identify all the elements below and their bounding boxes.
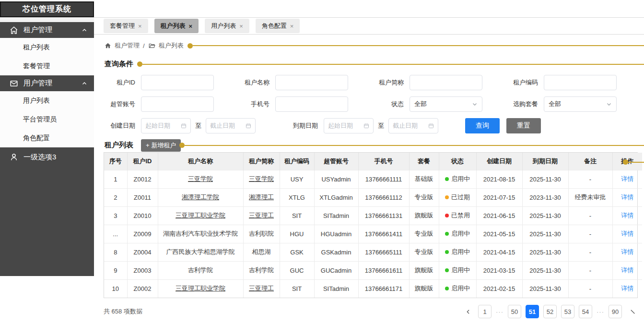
status-text: 启用中 (451, 248, 470, 256)
close-icon[interactable]: × (239, 23, 243, 30)
reset-button[interactable]: 重置 (506, 118, 541, 133)
tab-2[interactable]: 租户列表× (154, 19, 199, 33)
page-button-90[interactable]: 90 (609, 305, 622, 318)
detail-link[interactable]: 详情 (621, 212, 633, 219)
status-label: 状态 (373, 100, 404, 108)
close-icon[interactable]: × (290, 23, 294, 30)
tenant-code-input[interactable] (544, 75, 617, 90)
annotation-line (142, 64, 644, 65)
row-index: 8 (104, 243, 127, 261)
user-icon (10, 153, 18, 161)
cell-plan: 专业版 (409, 225, 439, 243)
tab-3[interactable]: 用户列表× (205, 19, 249, 33)
chevron-up-icon (82, 27, 87, 33)
cell-expire-date: 2025-11-30 (522, 261, 568, 279)
plan-select[interactable]: 全部 (544, 96, 617, 112)
close-icon[interactable]: × (189, 23, 193, 30)
cell-remark: 经费未审批 (568, 188, 612, 206)
page-button-54[interactable]: 54 (579, 305, 592, 318)
expire-date-label: 到期日期 (284, 121, 318, 130)
tab-4[interactable]: 角色配置× (256, 19, 300, 33)
sidebar-group-tenant-management[interactable]: 租户管理 (0, 22, 94, 38)
detail-link[interactable]: 详情 (621, 175, 633, 182)
status-dot-icon (445, 232, 449, 236)
created-end-date-input[interactable]: 截止日期 (206, 118, 256, 133)
sidebar-item-user-list[interactable]: 用户列表 (0, 91, 94, 110)
main-content: 套餐管理×租户列表×用户列表×角色配置× 租户管理 / 租户列表 查询条件 租户… (94, 0, 644, 325)
expire-end-date-input[interactable]: 截止日期 (388, 118, 438, 133)
status-dot-icon (445, 250, 449, 254)
sidebar-item-role-config[interactable]: 角色配置 (0, 129, 94, 147)
cell-tenant-name: 湘潭理工学院 (158, 188, 243, 206)
phone-input[interactable] (275, 96, 348, 112)
cell-expire-date: 2025-11-30 (522, 225, 568, 243)
detail-link[interactable]: 详情 (621, 266, 633, 274)
annotation-line (193, 45, 644, 46)
tenant-name-input[interactable] (275, 75, 348, 90)
cell-created-date: 2021-06-15 (476, 206, 522, 225)
cell-created-date: 2021-07-15 (476, 188, 522, 206)
calendar-icon (363, 123, 369, 129)
status-text: 启用中 (451, 229, 470, 238)
sidebar-group-label: 一级选项3 (23, 153, 56, 162)
calendar-icon (181, 123, 187, 129)
prev-page-button[interactable] (462, 305, 474, 318)
breadcrumb-parent[interactable]: 租户管理 (115, 41, 140, 50)
status-text: 已禁用 (451, 211, 470, 220)
top-header-bar (94, 0, 644, 18)
column-header-9: 状态 (439, 153, 476, 170)
add-tenant-button[interactable]: + 新增租户 (141, 139, 181, 152)
page-button-1[interactable]: 1 (478, 305, 492, 318)
detail-link[interactable]: 详情 (621, 193, 633, 201)
status-text: 已过期 (451, 193, 470, 202)
chevron-right-icon (629, 309, 635, 315)
cell-phone: 13766661611 (358, 261, 409, 279)
column-header-11: 到期日期 (522, 153, 568, 170)
cell-phone: 13766661131 (358, 206, 409, 225)
date-placeholder: 截止日期 (393, 121, 428, 130)
sidebar-group3-block: 一级选项3 (0, 147, 94, 276)
status-dot-icon (445, 287, 449, 290)
row-index: 9 (104, 261, 127, 279)
status-text: 启用中 (451, 284, 470, 293)
next-page-button[interactable] (626, 305, 638, 318)
tenant-table: 序号租户ID租户名称租户简称租户编码超管账号手机号套餐状态创建日期到期日期备注操… (104, 152, 638, 298)
sidebar-item-platform-admin[interactable]: 平台管理员 (0, 110, 94, 129)
tenant-id-input[interactable] (141, 75, 214, 90)
cell-status: 启用中 (439, 225, 476, 243)
sidebar-item-plan-management[interactable]: 套餐管理 (0, 57, 94, 75)
page-button-53[interactable]: 53 (561, 305, 574, 318)
tenant-abbr-input[interactable] (410, 75, 482, 90)
detail-link[interactable]: 详情 (621, 230, 633, 237)
detail-link[interactable]: 详情 (621, 248, 633, 255)
sidebar-item-tenant-list[interactable]: 租户列表 (0, 38, 94, 57)
home-icon (105, 42, 111, 49)
cell-expire-date: 2025-11-30 (522, 170, 568, 188)
status-select[interactable]: 全部 (410, 96, 482, 112)
search-button[interactable]: 查询 (465, 118, 500, 133)
page-button-52[interactable]: 52 (543, 305, 557, 318)
cell-phone: 13766661171 (358, 279, 409, 298)
created-start-date-input[interactable]: 起始日期 (141, 118, 191, 133)
cell-plan: 旗舰版 (409, 261, 439, 279)
admin-account-input[interactable] (141, 96, 214, 112)
cell-tenant-code: GUC (280, 261, 314, 279)
breadcrumb-separator: / (143, 42, 145, 49)
page-button-50[interactable]: 50 (508, 305, 521, 318)
tab-1[interactable]: 套餐管理× (104, 19, 148, 33)
cell-tenant-name: 三亚学院 (158, 170, 243, 188)
cell-tenant-id: Z0003 (127, 261, 158, 279)
page-button-51[interactable]: 51 (526, 305, 539, 318)
cell-tenant-id: Z0009 (127, 225, 158, 243)
annotation-line (628, 162, 644, 163)
detail-link[interactable]: 详情 (621, 285, 633, 292)
expire-start-date-input[interactable]: 起始日期 (324, 118, 374, 133)
table-row: 2Z0011湘潭理工学院湘潭理工XTLGXTLGadmin13766661112… (104, 188, 642, 206)
cell-action: 详情 (612, 279, 642, 298)
close-icon[interactable]: × (138, 23, 142, 30)
column-header-3: 租户名称 (158, 153, 243, 170)
tab-label: 租户列表 (161, 22, 186, 30)
sidebar-group-user-management[interactable]: 用户管理 (0, 75, 94, 91)
row-index: ... (104, 225, 127, 243)
sidebar-group-level1-option3[interactable]: 一级选项3 (0, 147, 94, 167)
